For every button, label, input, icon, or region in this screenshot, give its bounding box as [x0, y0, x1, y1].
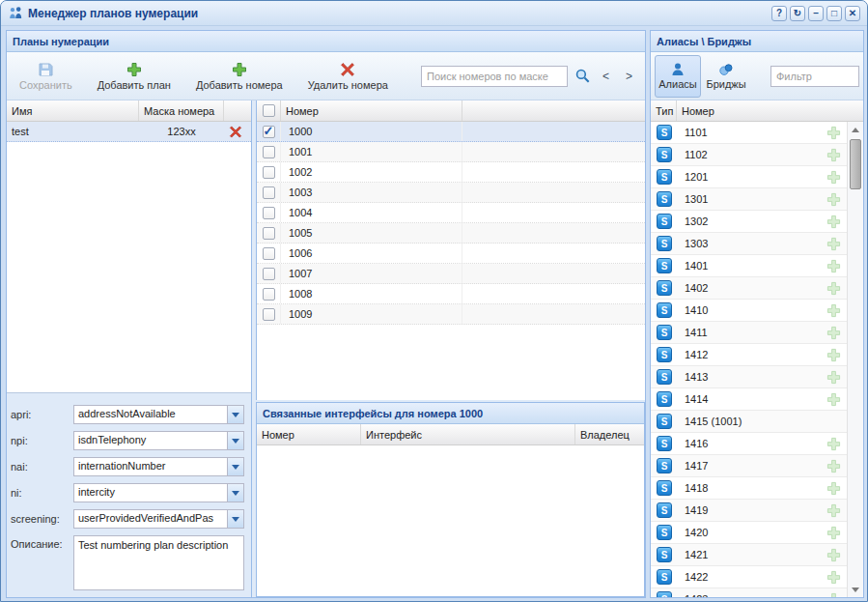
scrollbar-thumb[interactable] [850, 139, 861, 189]
select-all-checkbox-cell[interactable] [257, 100, 281, 121]
vertical-scrollbar[interactable] [847, 122, 863, 597]
number-row[interactable]: 1003 [257, 183, 645, 203]
checkbox[interactable] [263, 166, 275, 179]
scroll-up-button[interactable] [848, 122, 863, 137]
chevron-down-icon[interactable] [227, 510, 243, 528]
number-checkbox-cell[interactable] [257, 162, 281, 182]
close-button[interactable]: ✕ [845, 6, 860, 21]
prev-button[interactable]: < [598, 70, 614, 83]
column-header-type[interactable]: Тип [651, 100, 677, 121]
alias-row[interactable]: S 1417 [651, 455, 847, 477]
add-alias-button[interactable] [826, 126, 841, 140]
add-alias-button[interactable] [826, 348, 841, 362]
number-row[interactable]: 1008 [257, 284, 645, 304]
number-row[interactable]: 1000 [257, 122, 645, 142]
add-alias-button[interactable] [826, 259, 841, 273]
alias-row[interactable]: S 1410 [651, 300, 847, 322]
search-input[interactable] [421, 66, 568, 87]
chevron-down-icon[interactable] [227, 458, 243, 475]
number-checkbox-cell[interactable] [257, 122, 281, 141]
chevron-down-icon[interactable] [227, 432, 243, 449]
add-alias-button[interactable] [826, 526, 841, 540]
add-alias-button[interactable] [826, 592, 841, 598]
combo-field[interactable]: internationNumber [73, 457, 244, 476]
alias-row[interactable]: S 1419 [651, 500, 847, 522]
alias-row[interactable]: S 1421 [651, 544, 847, 566]
add-plan-button[interactable]: Добавить план [91, 60, 178, 93]
alias-row[interactable]: S 1301 [651, 188, 847, 211]
delete-plan-button[interactable] [224, 122, 247, 141]
alias-row[interactable]: S 1420 [651, 522, 847, 544]
combo-field[interactable]: intercity [73, 483, 244, 502]
alias-row[interactable]: S 1414 [651, 388, 847, 411]
alias-row[interactable]: S 1401 [651, 255, 847, 277]
chevron-down-icon[interactable] [227, 406, 243, 423]
add-alias-button[interactable] [826, 503, 841, 518]
number-checkbox-cell[interactable] [257, 304, 281, 324]
alias-row[interactable]: S 1102 [651, 144, 847, 166]
column-header-number[interactable]: Номер [677, 100, 863, 121]
add-alias-button[interactable] [826, 281, 841, 296]
combo-field[interactable]: addressNotAvailable [73, 405, 244, 424]
checkbox[interactable] [263, 104, 275, 117]
refresh-button[interactable]: ↻ [790, 6, 805, 21]
checkbox[interactable] [263, 207, 275, 219]
combo-field[interactable]: userProvidedVerifiedAndPas [73, 509, 244, 529]
next-button[interactable]: > [621, 70, 637, 83]
number-row[interactable]: 1005 [257, 223, 645, 244]
help-button[interactable]: ? [771, 6, 787, 21]
checkbox[interactable] [263, 308, 275, 321]
checkbox[interactable] [263, 288, 275, 301]
number-checkbox-cell[interactable] [257, 284, 281, 303]
add-alias-button[interactable] [826, 303, 841, 318]
column-header-number[interactable]: Номер [281, 100, 462, 121]
checkbox[interactable] [263, 227, 275, 240]
description-textarea[interactable]: Test numbering plan description [73, 535, 244, 590]
minimize-button[interactable]: – [808, 6, 824, 21]
alias-row[interactable]: S 1201 [651, 166, 847, 188]
column-header-interface[interactable]: Интерфейс [361, 424, 575, 444]
number-checkbox-cell[interactable] [257, 223, 281, 243]
alias-row[interactable]: S 1412 [651, 344, 847, 366]
number-checkbox-cell[interactable] [257, 183, 281, 202]
alias-row[interactable]: S 1402 [651, 277, 847, 300]
add-alias-button[interactable] [826, 170, 841, 185]
add-alias-button[interactable] [826, 148, 841, 162]
checkbox[interactable] [263, 126, 275, 138]
add-alias-button[interactable] [826, 237, 841, 251]
add-alias-button[interactable] [826, 192, 841, 207]
add-alias-button[interactable] [826, 437, 841, 451]
table-row[interactable]: test 123xx [7, 122, 251, 142]
number-checkbox-cell[interactable] [257, 244, 281, 263]
column-header-mask[interactable]: Маска номера [139, 100, 224, 121]
checkbox[interactable] [263, 186, 275, 199]
column-header-number[interactable]: Номер [257, 424, 361, 444]
add-alias-button[interactable] [826, 370, 841, 385]
column-header-owner[interactable]: Владелец [575, 424, 644, 444]
tab-aliases[interactable]: Алиасы [655, 55, 701, 98]
number-row[interactable]: 1007 [257, 264, 645, 284]
number-row[interactable]: 1002 [257, 162, 645, 183]
number-row[interactable]: 1006 [257, 244, 645, 264]
number-row[interactable]: 1004 [257, 203, 645, 223]
search-icon[interactable] [574, 68, 591, 84]
add-alias-button[interactable] [826, 215, 841, 229]
delete-numbers-button[interactable]: Удалить номера [301, 60, 395, 93]
add-alias-button[interactable] [826, 570, 841, 585]
alias-row[interactable]: S 1418 [651, 477, 847, 500]
number-row[interactable]: 1009 [257, 304, 645, 325]
maximize-button[interactable]: □ [826, 6, 842, 21]
checkbox[interactable] [263, 146, 275, 158]
alias-row[interactable]: S 1416 [651, 433, 847, 455]
filter-input[interactable] [770, 66, 859, 87]
add-alias-button[interactable] [826, 326, 841, 340]
alias-row[interactable]: S 1302 [651, 211, 847, 233]
save-button[interactable]: Сохранить [13, 60, 79, 93]
column-header-name[interactable]: Имя [7, 100, 139, 121]
checkbox[interactable] [263, 247, 275, 260]
alias-row[interactable]: S 1411 [651, 322, 847, 344]
alias-row[interactable]: S 1415 (1001) [651, 411, 847, 433]
chevron-down-icon[interactable] [227, 484, 243, 502]
add-alias-button[interactable] [826, 548, 841, 562]
alias-row[interactable]: S 1422 [651, 566, 847, 588]
